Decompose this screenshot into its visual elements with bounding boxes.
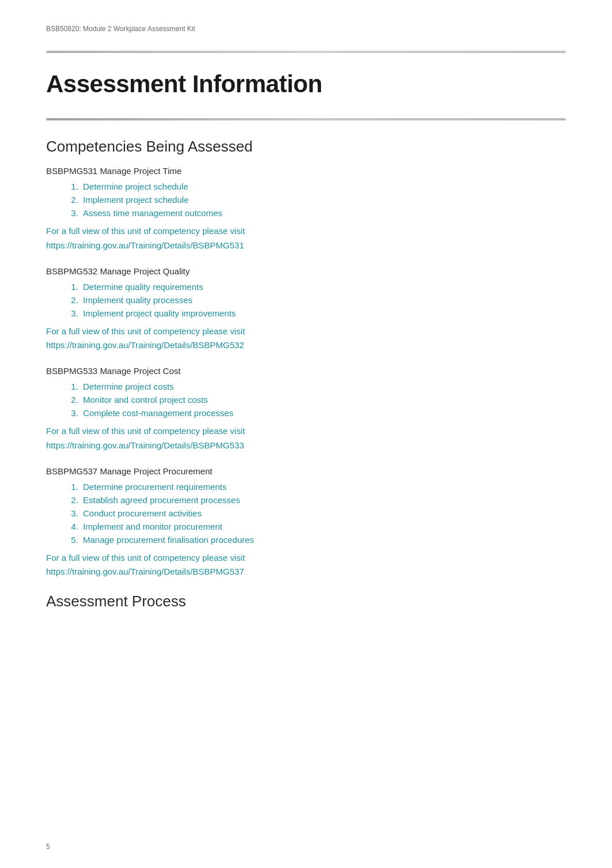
list-item: Implement and monitor procurement [81,522,566,531]
list-item: Manage procurement finalisation procedur… [81,535,566,545]
competency-block-bsbpmg537: BSBPMG537 Manage Project ProcurementDete… [46,466,566,577]
page-number: 5 [46,843,50,851]
competency-blocks: BSBPMG531 Manage Project TimeDetermine p… [46,166,566,576]
competency-list-bsbpmg532: Determine quality requirementsImplement … [46,282,566,318]
competencies-heading: Competencies Being Assessed [46,138,566,156]
list-item: Implement project schedule [81,195,566,205]
list-item: Determine project costs [81,382,566,391]
competency-list-bsbpmg531: Determine project scheduleImplement proj… [46,182,566,218]
visit-link-bsbpmg537[interactable]: https://training.gov.au/Training/Details… [46,567,566,576]
list-item: Implement project quality improvements [81,308,566,318]
visit-link-bsbpmg533[interactable]: https://training.gov.au/Training/Details… [46,440,566,450]
visit-text-bsbpmg537: For a full view of this unit of competen… [46,552,566,565]
visit-link-bsbpmg532[interactable]: https://training.gov.au/Training/Details… [46,340,566,350]
competency-code-bsbpmg537: BSBPMG537 Manage Project Procurement [46,466,566,476]
competency-block-bsbpmg531: BSBPMG531 Manage Project TimeDetermine p… [46,166,566,250]
list-item: Conduct procurement activities [81,508,566,518]
breadcrumb: BSB50820: Module 2 Workplace Assessment … [46,25,195,33]
list-item: Implement quality processes [81,295,566,305]
list-item: Complete cost-management processes [81,408,566,418]
visit-text-bsbpmg532: For a full view of this unit of competen… [46,325,566,338]
visit-link-bsbpmg531[interactable]: https://training.gov.au/Training/Details… [46,240,566,250]
list-item: Determine procurement requirements [81,482,566,492]
competency-code-bsbpmg531: BSBPMG531 Manage Project Time [46,166,566,176]
list-item: Establish agreed procurement processes [81,495,566,505]
competency-list-bsbpmg537: Determine procurement requirementsEstabl… [46,482,566,545]
top-divider [46,51,566,53]
visit-text-bsbpmg531: For a full view of this unit of competen… [46,225,566,238]
page-title: Assessment Information [46,70,566,98]
visit-text-bsbpmg533: For a full view of this unit of competen… [46,425,566,438]
list-item: Determine project schedule [81,182,566,191]
competency-block-bsbpmg533: BSBPMG533 Manage Project CostDetermine p… [46,366,566,450]
mid-divider [46,118,566,120]
assessment-process-heading: Assessment Process [46,592,566,610]
list-item: Monitor and control project costs [81,395,566,405]
list-item: Assess time management outcomes [81,208,566,218]
competency-code-bsbpmg532: BSBPMG532 Manage Project Quality [46,266,566,276]
list-item: Determine quality requirements [81,282,566,292]
competency-code-bsbpmg533: BSBPMG533 Manage Project Cost [46,366,566,376]
competency-list-bsbpmg533: Determine project costsMonitor and contr… [46,382,566,418]
competency-block-bsbpmg532: BSBPMG532 Manage Project QualityDetermin… [46,266,566,350]
